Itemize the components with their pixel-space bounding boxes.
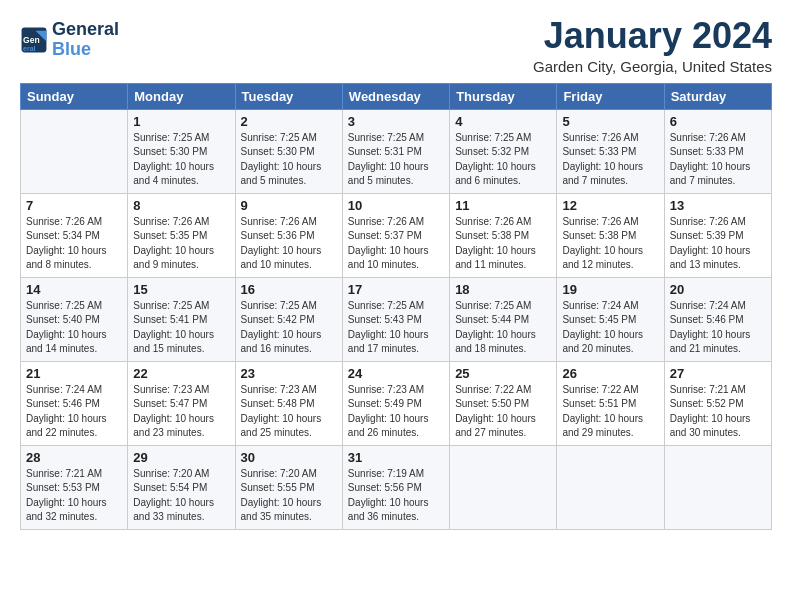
day-cell: 23Sunrise: 7:23 AMSunset: 5:48 PMDayligh…	[235, 361, 342, 445]
day-number: 26	[562, 366, 658, 381]
main-container: Gen eral General Blue January 2024 Garde…	[0, 0, 792, 540]
day-info: Sunrise: 7:26 AMSunset: 5:38 PMDaylight:…	[455, 215, 551, 273]
day-cell: 8Sunrise: 7:26 AMSunset: 5:35 PMDaylight…	[128, 193, 235, 277]
day-info: Sunrise: 7:25 AMSunset: 5:41 PMDaylight:…	[133, 299, 229, 357]
day-number: 16	[241, 282, 337, 297]
day-number: 8	[133, 198, 229, 213]
day-info: Sunrise: 7:25 AMSunset: 5:30 PMDaylight:…	[241, 131, 337, 189]
day-cell: 6Sunrise: 7:26 AMSunset: 5:33 PMDaylight…	[664, 109, 771, 193]
day-info: Sunrise: 7:26 AMSunset: 5:35 PMDaylight:…	[133, 215, 229, 273]
week-row-3: 14Sunrise: 7:25 AMSunset: 5:40 PMDayligh…	[21, 277, 772, 361]
day-number: 21	[26, 366, 122, 381]
day-info: Sunrise: 7:25 AMSunset: 5:44 PMDaylight:…	[455, 299, 551, 357]
day-number: 4	[455, 114, 551, 129]
location: Garden City, Georgia, United States	[533, 58, 772, 75]
day-cell: 30Sunrise: 7:20 AMSunset: 5:55 PMDayligh…	[235, 445, 342, 529]
day-cell: 27Sunrise: 7:21 AMSunset: 5:52 PMDayligh…	[664, 361, 771, 445]
day-info: Sunrise: 7:25 AMSunset: 5:30 PMDaylight:…	[133, 131, 229, 189]
day-number: 3	[348, 114, 444, 129]
logo-icon: Gen eral	[20, 26, 48, 54]
weekday-header-tuesday: Tuesday	[235, 83, 342, 109]
calendar-table: SundayMondayTuesdayWednesdayThursdayFrid…	[20, 83, 772, 530]
day-number: 1	[133, 114, 229, 129]
weekday-header-friday: Friday	[557, 83, 664, 109]
day-number: 30	[241, 450, 337, 465]
day-cell: 29Sunrise: 7:20 AMSunset: 5:54 PMDayligh…	[128, 445, 235, 529]
day-number: 31	[348, 450, 444, 465]
day-number: 10	[348, 198, 444, 213]
day-cell: 26Sunrise: 7:22 AMSunset: 5:51 PMDayligh…	[557, 361, 664, 445]
day-number: 18	[455, 282, 551, 297]
day-number: 2	[241, 114, 337, 129]
day-cell: 25Sunrise: 7:22 AMSunset: 5:50 PMDayligh…	[450, 361, 557, 445]
day-info: Sunrise: 7:19 AMSunset: 5:56 PMDaylight:…	[348, 467, 444, 525]
day-info: Sunrise: 7:23 AMSunset: 5:47 PMDaylight:…	[133, 383, 229, 441]
logo: Gen eral General Blue	[20, 20, 119, 60]
day-number: 15	[133, 282, 229, 297]
day-info: Sunrise: 7:24 AMSunset: 5:45 PMDaylight:…	[562, 299, 658, 357]
day-info: Sunrise: 7:23 AMSunset: 5:49 PMDaylight:…	[348, 383, 444, 441]
day-cell: 10Sunrise: 7:26 AMSunset: 5:37 PMDayligh…	[342, 193, 449, 277]
day-cell: 22Sunrise: 7:23 AMSunset: 5:47 PMDayligh…	[128, 361, 235, 445]
day-info: Sunrise: 7:21 AMSunset: 5:52 PMDaylight:…	[670, 383, 766, 441]
day-info: Sunrise: 7:25 AMSunset: 5:32 PMDaylight:…	[455, 131, 551, 189]
day-cell: 17Sunrise: 7:25 AMSunset: 5:43 PMDayligh…	[342, 277, 449, 361]
day-info: Sunrise: 7:20 AMSunset: 5:54 PMDaylight:…	[133, 467, 229, 525]
day-cell: 16Sunrise: 7:25 AMSunset: 5:42 PMDayligh…	[235, 277, 342, 361]
day-number: 6	[670, 114, 766, 129]
day-cell	[450, 445, 557, 529]
day-cell: 13Sunrise: 7:26 AMSunset: 5:39 PMDayligh…	[664, 193, 771, 277]
day-number: 19	[562, 282, 658, 297]
day-number: 5	[562, 114, 658, 129]
day-number: 20	[670, 282, 766, 297]
weekday-header-saturday: Saturday	[664, 83, 771, 109]
weekday-header-thursday: Thursday	[450, 83, 557, 109]
day-number: 14	[26, 282, 122, 297]
day-number: 17	[348, 282, 444, 297]
day-info: Sunrise: 7:22 AMSunset: 5:51 PMDaylight:…	[562, 383, 658, 441]
logo-text: General Blue	[52, 20, 119, 60]
day-number: 13	[670, 198, 766, 213]
day-number: 29	[133, 450, 229, 465]
week-row-2: 7Sunrise: 7:26 AMSunset: 5:34 PMDaylight…	[21, 193, 772, 277]
day-info: Sunrise: 7:26 AMSunset: 5:39 PMDaylight:…	[670, 215, 766, 273]
day-cell: 2Sunrise: 7:25 AMSunset: 5:30 PMDaylight…	[235, 109, 342, 193]
week-row-4: 21Sunrise: 7:24 AMSunset: 5:46 PMDayligh…	[21, 361, 772, 445]
day-info: Sunrise: 7:24 AMSunset: 5:46 PMDaylight:…	[26, 383, 122, 441]
day-info: Sunrise: 7:26 AMSunset: 5:37 PMDaylight:…	[348, 215, 444, 273]
day-info: Sunrise: 7:20 AMSunset: 5:55 PMDaylight:…	[241, 467, 337, 525]
day-info: Sunrise: 7:25 AMSunset: 5:31 PMDaylight:…	[348, 131, 444, 189]
day-cell	[664, 445, 771, 529]
day-cell: 3Sunrise: 7:25 AMSunset: 5:31 PMDaylight…	[342, 109, 449, 193]
day-number: 9	[241, 198, 337, 213]
day-cell: 24Sunrise: 7:23 AMSunset: 5:49 PMDayligh…	[342, 361, 449, 445]
weekday-header-sunday: Sunday	[21, 83, 128, 109]
day-cell: 21Sunrise: 7:24 AMSunset: 5:46 PMDayligh…	[21, 361, 128, 445]
day-cell: 18Sunrise: 7:25 AMSunset: 5:44 PMDayligh…	[450, 277, 557, 361]
day-info: Sunrise: 7:26 AMSunset: 5:33 PMDaylight:…	[562, 131, 658, 189]
title-block: January 2024 Garden City, Georgia, Unite…	[533, 16, 772, 75]
header: Gen eral General Blue January 2024 Garde…	[20, 16, 772, 75]
day-cell: 14Sunrise: 7:25 AMSunset: 5:40 PMDayligh…	[21, 277, 128, 361]
svg-text:eral: eral	[23, 45, 36, 52]
day-cell	[21, 109, 128, 193]
day-cell: 12Sunrise: 7:26 AMSunset: 5:38 PMDayligh…	[557, 193, 664, 277]
day-number: 12	[562, 198, 658, 213]
day-info: Sunrise: 7:24 AMSunset: 5:46 PMDaylight:…	[670, 299, 766, 357]
day-info: Sunrise: 7:26 AMSunset: 5:33 PMDaylight:…	[670, 131, 766, 189]
day-info: Sunrise: 7:26 AMSunset: 5:36 PMDaylight:…	[241, 215, 337, 273]
day-info: Sunrise: 7:26 AMSunset: 5:38 PMDaylight:…	[562, 215, 658, 273]
week-row-5: 28Sunrise: 7:21 AMSunset: 5:53 PMDayligh…	[21, 445, 772, 529]
day-info: Sunrise: 7:25 AMSunset: 5:42 PMDaylight:…	[241, 299, 337, 357]
day-number: 27	[670, 366, 766, 381]
month-title: January 2024	[533, 16, 772, 56]
day-number: 25	[455, 366, 551, 381]
weekday-header-monday: Monday	[128, 83, 235, 109]
day-cell: 11Sunrise: 7:26 AMSunset: 5:38 PMDayligh…	[450, 193, 557, 277]
weekday-header-row: SundayMondayTuesdayWednesdayThursdayFrid…	[21, 83, 772, 109]
day-info: Sunrise: 7:26 AMSunset: 5:34 PMDaylight:…	[26, 215, 122, 273]
day-cell: 7Sunrise: 7:26 AMSunset: 5:34 PMDaylight…	[21, 193, 128, 277]
day-cell: 5Sunrise: 7:26 AMSunset: 5:33 PMDaylight…	[557, 109, 664, 193]
day-number: 24	[348, 366, 444, 381]
day-cell: 19Sunrise: 7:24 AMSunset: 5:45 PMDayligh…	[557, 277, 664, 361]
